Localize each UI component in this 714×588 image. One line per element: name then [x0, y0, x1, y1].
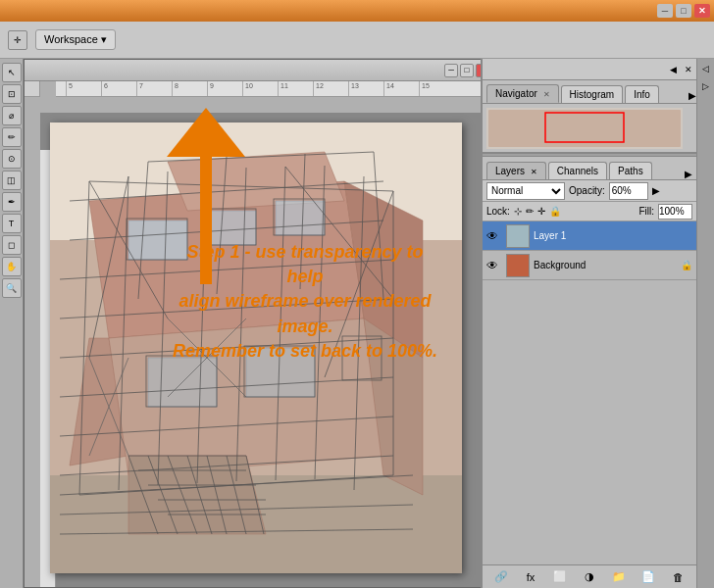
layer-mask-button[interactable]: ⬜ — [550, 568, 570, 586]
layer-thumbnail-1 — [506, 224, 530, 248]
blend-mode-row: Normal Opacity: ▶ — [483, 180, 696, 202]
tool-text[interactable]: T — [2, 214, 22, 233]
layer-adjustment-button[interactable]: ◑ — [580, 568, 599, 586]
layer-lock-icon: 🔒 — [681, 260, 692, 270]
right-panel-header: ◀ ✕ — [483, 59, 696, 80]
layers-options-button[interactable]: ▶ — [685, 169, 692, 179]
doc-close-button[interactable]: ✕ — [476, 64, 481, 77]
tool-eraser[interactable]: ◫ — [2, 171, 22, 190]
ruler-tick: 14 — [383, 81, 394, 97]
close-button[interactable]: ✕ — [694, 4, 710, 18]
tool-lasso[interactable]: ⌀ — [2, 106, 22, 125]
lock-row: Lock: ⊹ ✏ ✛ 🔒 Fill: — [483, 202, 696, 221]
tab-channels[interactable]: Channels — [548, 162, 607, 179]
navigator-tab-close[interactable]: ✕ — [543, 90, 550, 99]
ruler-tick: 15 — [419, 81, 430, 97]
layer-name-1: Layer 1 — [534, 230, 692, 241]
tool-crop[interactable]: ⊡ — [2, 84, 22, 104]
tool-brush[interactable]: ✏ — [2, 127, 22, 147]
opacity-input[interactable] — [609, 182, 648, 200]
maximize-button[interactable]: □ — [676, 4, 691, 18]
content-area: ↖ ⊡ ⌀ ✏ ⊙ ◫ ✒ T ◻ ✋ 🔍 ─ □ ✕ — [0, 59, 714, 588]
tab-navigator[interactable]: Navigator ✕ — [486, 84, 559, 103]
canvas-page: Step 1 - use transparency to help align … — [50, 122, 462, 573]
layer-visibility-icon-bg[interactable]: 👁 — [486, 259, 502, 272]
lock-label: Lock: — [486, 206, 510, 217]
layer-item-background[interactable]: 👁 Background 🔒 — [483, 251, 696, 280]
ruler-corner — [25, 81, 40, 97]
workspace: ✛ Workspace ▾ ↖ ⊡ ⌀ ✏ ⊙ ◫ ✒ T ◻ ✋ 🔍 ─ □ — [0, 22, 714, 588]
tool-zoom[interactable]: 🔍 — [2, 278, 22, 298]
tool-clone[interactable]: ⊙ — [2, 149, 22, 169]
nav-panel-options[interactable]: ▶ — [688, 90, 696, 103]
opacity-arrow-button[interactable]: ▶ — [652, 185, 660, 196]
layer-thumbnail-bg — [506, 254, 530, 277]
right-tool-2[interactable]: ▷ — [698, 78, 714, 94]
lock-position-icon[interactable]: ⊹ — [514, 206, 522, 217]
ruler-tick: 9 — [207, 81, 214, 97]
document-window: ─ □ ✕ 5 6 7 8 9 10 11 12 — [24, 59, 481, 588]
navigator-content — [483, 104, 696, 153]
ruler-tick: 11 — [278, 81, 288, 97]
fill-input[interactable] — [658, 204, 692, 220]
opacity-label: Opacity: — [569, 185, 605, 196]
layer-name-bg: Background — [534, 260, 677, 270]
layers-tab-close[interactable]: ✕ — [531, 168, 537, 176]
blend-mode-select[interactable]: Normal — [486, 182, 565, 200]
right-panel: ◀ ✕ Navigator ✕ Histogram Info ▶ — [481, 59, 696, 588]
ruler-tick: 5 — [66, 81, 73, 97]
ruler-tick: 12 — [313, 81, 324, 97]
tool-select[interactable]: ↖ — [2, 63, 22, 82]
tab-histogram[interactable]: Histogram — [561, 85, 624, 103]
layer-group-button[interactable]: 📁 — [609, 568, 629, 586]
navigator-tabs: Navigator ✕ Histogram Info ▶ — [483, 80, 696, 104]
layer-new-button[interactable]: 📄 — [638, 568, 658, 586]
lock-all-icon[interactable]: 🔒 — [549, 206, 561, 217]
workspace-button[interactable]: Workspace ▾ — [35, 29, 116, 50]
layers-tabs: Layers ✕ Channels Paths ▶ — [483, 157, 696, 180]
tab-info[interactable]: Info — [625, 85, 659, 103]
panel-collapse-button[interactable]: ◀ — [670, 65, 677, 74]
horizontal-ruler: 5 6 7 8 9 10 11 12 13 14 15 — [56, 81, 481, 97]
title-bar: ─ □ ✕ — [0, 0, 714, 22]
ruler-tick: 13 — [348, 81, 359, 97]
ruler-area: 5 6 7 8 9 10 11 12 13 14 15 — [25, 81, 481, 97]
layer-style-button[interactable]: fx — [521, 568, 540, 586]
lock-move-icon[interactable]: ✛ — [537, 206, 545, 217]
panel-close-button[interactable]: ✕ — [685, 65, 692, 74]
navigator-thumbnail — [486, 108, 683, 149]
layer-item-1[interactable]: 👁 Layer 1 — [483, 221, 696, 251]
ruler-tick: 6 — [101, 81, 108, 97]
document-area: ─ □ ✕ 5 6 7 8 9 10 11 12 — [24, 59, 481, 588]
layers-section: Layers ✕ Channels Paths ▶ Normal — [483, 157, 696, 588]
layer-actions: 🔗 fx ⬜ ◑ 📁 📄 🗑 — [483, 564, 696, 588]
top-toolbar: ✛ Workspace ▾ — [0, 22, 714, 59]
right-tool-1[interactable]: ◁ — [698, 61, 714, 76]
layer-link-button[interactable]: 🔗 — [491, 568, 511, 586]
ruler-tick: 10 — [242, 81, 253, 97]
tool-shape[interactable]: ◻ — [2, 235, 22, 255]
layer-list: 👁 Layer 1 👁 Background 🔒 — [483, 221, 696, 564]
canvas-area: Step 1 - use transparency to help align … — [40, 113, 481, 587]
minimize-button[interactable]: ─ — [657, 4, 673, 18]
tab-paths[interactable]: Paths — [609, 162, 652, 179]
layer-delete-button[interactable]: 🗑 — [668, 568, 688, 586]
tool-move[interactable]: ✛ — [8, 30, 27, 50]
tool-pen[interactable]: ✒ — [2, 192, 22, 212]
left-toolbar: ↖ ⊡ ⌀ ✏ ⊙ ◫ ✒ T ◻ ✋ 🔍 — [0, 59, 24, 588]
doc-minimize-button[interactable]: ─ — [444, 64, 458, 77]
tab-layers[interactable]: Layers ✕ — [486, 162, 546, 179]
layer-visibility-icon-1[interactable]: 👁 — [486, 229, 502, 243]
right-tools-column: ◁ ▷ — [696, 59, 714, 588]
ruler-tick: 8 — [172, 81, 178, 97]
tool-hand[interactable]: ✋ — [2, 257, 22, 276]
instruction-text: Step 1 - use transparency to help align … — [168, 240, 442, 364]
doc-maximize-button[interactable]: □ — [460, 64, 474, 77]
document-titlebar: ─ □ ✕ — [25, 60, 481, 81]
ruler-tick: 7 — [136, 81, 143, 97]
fill-label: Fill: — [638, 206, 654, 217]
navigator-view — [483, 104, 696, 155]
lock-pixels-icon[interactable]: ✏ — [526, 206, 534, 217]
